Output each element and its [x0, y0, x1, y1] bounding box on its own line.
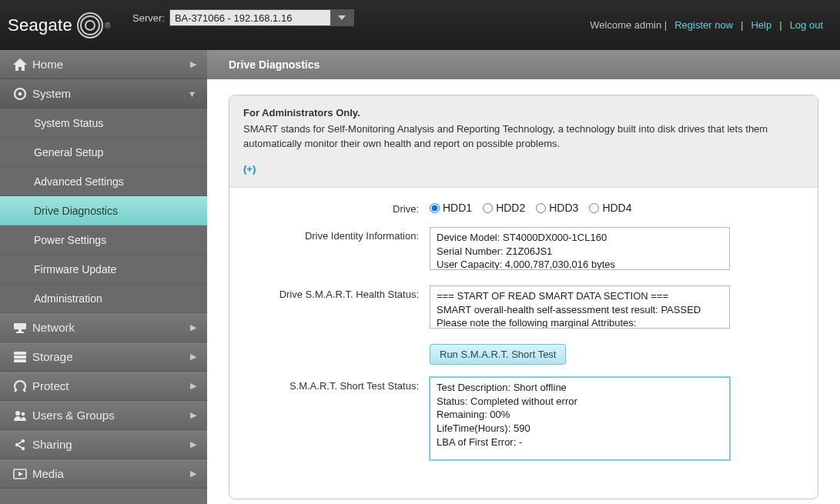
sidebar-item-label: Drive Diagnostics	[34, 205, 118, 217]
svg-point-8	[15, 411, 20, 416]
chevron-right-icon: ▶	[190, 381, 196, 391]
sidebar-item-drive-diagnostics[interactable]: Drive Diagnostics	[0, 196, 207, 225]
radio-label: HDD3	[549, 202, 578, 214]
sidebar: Home ▶ System ▼ System Status General Se…	[0, 50, 207, 504]
nav-sharing[interactable]: Sharing ▶	[0, 430, 207, 459]
identity-output[interactable]	[430, 227, 730, 270]
radio-label: HDD1	[443, 202, 472, 214]
registered-mark: ®	[105, 22, 110, 30]
sidebar-item-label: Firmware Update	[34, 263, 116, 275]
server-input[interactable]	[169, 9, 331, 26]
svg-rect-5	[14, 352, 26, 355]
radio-label: HDD2	[496, 202, 525, 214]
svg-rect-4	[16, 332, 24, 333]
nav-system-label: System	[32, 87, 188, 100]
row-run-button: Run S.M.A.R.T. Short Test	[245, 344, 802, 365]
content-area: Drive Diagnostics For Administrators Onl…	[207, 50, 840, 504]
welcome-text: Welcome admin |	[590, 19, 667, 31]
row-health: Drive S.M.A.R.T. Health Status:	[245, 285, 802, 332]
server-dropdown-button[interactable]	[331, 9, 354, 26]
health-output[interactable]	[430, 285, 730, 329]
info-header: For Administrators Only.	[243, 106, 804, 121]
nav-protect[interactable]: Protect ▶	[0, 372, 207, 401]
brand-text: Seagate	[8, 15, 72, 35]
users-icon	[11, 409, 29, 422]
brand-swirl-icon	[77, 12, 103, 38]
sidebar-item-power-settings[interactable]: Power Settings	[0, 225, 207, 255]
chevron-right-icon: ▶	[190, 59, 196, 69]
media-icon	[11, 469, 29, 479]
chevron-right-icon: ▶	[190, 322, 196, 332]
panel-info-box: For Administrators Only. SMART stands fo…	[229, 95, 818, 188]
row-short-test: S.M.A.R.T. Short Test Status:	[245, 377, 802, 463]
svg-rect-6	[14, 355, 26, 359]
info-text: SMART stands for Self-Monitoring Analysi…	[243, 122, 804, 152]
nav-media-label: Media	[32, 467, 190, 480]
svg-point-1	[18, 92, 22, 95]
form-area: Drive: HDD1 HDD2 HDD3 HDD4 Drive Identit…	[229, 188, 818, 499]
radio-hdd4-input[interactable]	[589, 203, 599, 213]
short-test-output[interactable]	[430, 377, 730, 460]
radio-hdd4[interactable]: HDD4	[589, 202, 631, 214]
radio-hdd2-input[interactable]	[483, 203, 493, 213]
chevron-right-icon: ▶	[190, 439, 196, 449]
nav-network-label: Network	[32, 321, 190, 334]
nav-home[interactable]: Home ▶	[0, 50, 207, 79]
top-header: Seagate ® Server: Welcome admin | Regist…	[0, 0, 840, 50]
sidebar-item-label: Administration	[34, 292, 102, 305]
nav-users-groups[interactable]: Users & Groups ▶	[0, 401, 207, 430]
gear-icon	[11, 87, 29, 101]
link-separator: |	[779, 19, 781, 31]
register-link[interactable]: Register now	[674, 19, 733, 31]
brand-logo: Seagate ®	[0, 12, 122, 38]
sidebar-item-general-setup[interactable]: General Setup	[0, 138, 207, 167]
sidebar-item-label: Advanced Settings	[34, 175, 124, 188]
row-drive-select: Drive: HDD1 HDD2 HDD3 HDD4	[245, 200, 802, 215]
nav-media[interactable]: Media ▶	[0, 459, 207, 489]
page-title-text: Drive Diagnostics	[229, 58, 320, 71]
sharing-icon	[11, 438, 29, 452]
radio-hdd1[interactable]: HDD1	[430, 202, 472, 214]
sidebar-item-label: System Status	[34, 117, 103, 129]
protect-icon	[11, 379, 29, 393]
diagnostics-panel: For Administrators Only. SMART stands fo…	[229, 95, 818, 499]
nav-home-label: Home	[32, 58, 190, 71]
chevron-right-icon: ▶	[190, 410, 196, 420]
content-scroll: For Administrators Only. SMART stands fo…	[207, 79, 840, 504]
nav-network[interactable]: Network ▶	[0, 313, 207, 342]
nav-system[interactable]: System ▼	[0, 79, 207, 108]
home-icon	[11, 58, 29, 71]
logout-link[interactable]: Log out	[790, 19, 823, 31]
page-title: Drive Diagnostics	[207, 50, 840, 79]
run-smart-short-test-button[interactable]: Run S.M.A.R.T. Short Test	[430, 344, 566, 365]
main-layout: Home ▶ System ▼ System Status General Se…	[0, 50, 840, 504]
help-link[interactable]: Help	[751, 19, 771, 31]
nav-protect-label: Protect	[32, 379, 190, 392]
sidebar-item-system-status[interactable]: System Status	[0, 108, 207, 138]
radio-label: HDD4	[602, 202, 631, 214]
sidebar-item-administration[interactable]: Administration	[0, 284, 207, 313]
short-test-label: S.M.A.R.T. Short Test Status:	[245, 377, 430, 392]
drive-label: Drive:	[245, 200, 430, 215]
sidebar-item-label: General Setup	[34, 146, 103, 159]
link-separator: |	[741, 19, 743, 31]
chevron-right-icon: ▶	[190, 469, 196, 479]
radio-hdd3-input[interactable]	[536, 203, 546, 213]
top-links: Welcome admin | Register now | Help | Lo…	[590, 19, 840, 31]
sidebar-item-firmware-update[interactable]: Firmware Update	[0, 255, 207, 284]
nav-storage[interactable]: Storage ▶	[0, 342, 207, 372]
chevron-down-icon	[338, 15, 346, 20]
sidebar-item-advanced-settings[interactable]: Advanced Settings	[0, 167, 207, 196]
radio-hdd2[interactable]: HDD2	[483, 202, 525, 214]
chevron-right-icon: ▶	[190, 352, 196, 362]
sidebar-item-label: Power Settings	[34, 234, 106, 246]
identity-label: Drive Identity Information:	[245, 227, 430, 242]
expand-toggle[interactable]: (+)	[243, 162, 256, 177]
server-selector: Server:	[132, 9, 354, 26]
svg-rect-3	[18, 329, 22, 332]
health-label: Drive S.M.A.R.T. Health Status:	[245, 285, 430, 300]
radio-hdd1-input[interactable]	[430, 203, 440, 213]
network-icon	[11, 322, 29, 333]
server-label: Server:	[132, 12, 165, 24]
radio-hdd3[interactable]: HDD3	[536, 202, 578, 214]
